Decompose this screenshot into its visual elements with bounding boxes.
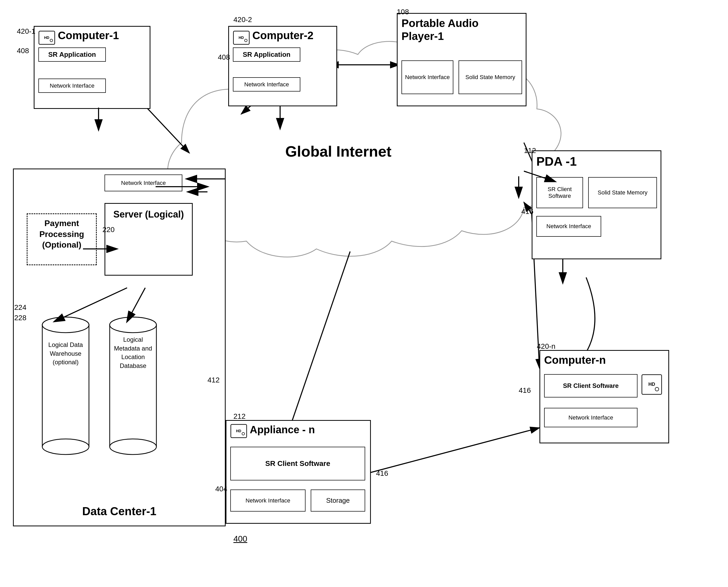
computer-n-ref2: 416 xyxy=(519,386,531,395)
pda-ref: 112 xyxy=(524,146,536,155)
svg-text:HD: HD xyxy=(649,382,655,387)
appliance-n-hd-icon: HD xyxy=(230,424,247,438)
appliance-n-network: Network Interface xyxy=(230,490,305,512)
data-center-box: Network Interface Server (Logical) Payme… xyxy=(13,168,226,526)
svg-line-9 xyxy=(285,252,350,441)
appliance-n-storage: Storage xyxy=(311,490,365,512)
computer2-ref2: 408 xyxy=(218,53,230,62)
computer-n-label: Computer-n xyxy=(544,354,606,366)
svg-text:HD: HD xyxy=(238,36,244,40)
svg-point-33 xyxy=(42,317,89,333)
computer1-ref2: 408 xyxy=(17,47,29,55)
pda-box: PDA -1 SR Client Software Solid State Me… xyxy=(532,150,661,259)
svg-point-27 xyxy=(242,432,245,435)
computer2-box: HD Computer-2 SR Application Network Int… xyxy=(228,26,337,106)
pda-label: PDA -1 xyxy=(536,154,577,168)
computer2-hd-icon: HD xyxy=(233,30,250,45)
appliance-n-ref2: 416 xyxy=(376,469,388,477)
diagram-container: HD Computer-1 SR Application Network Int… xyxy=(0,0,728,587)
computer-n-hd-icon: HD xyxy=(641,374,665,397)
svg-point-39 xyxy=(110,317,156,333)
pda-sr-client: SR Client Software xyxy=(536,177,583,208)
server-label: Server (Logical) xyxy=(105,204,192,225)
portable-audio-label: Portable Audio Player-1 xyxy=(402,17,478,43)
payment-box: Payment Processing (Optional) xyxy=(27,213,97,265)
svg-text:HD: HD xyxy=(236,429,241,433)
computer2-ref1: 420-2 xyxy=(233,16,252,24)
computer-n-sr-client: SR Client Software xyxy=(544,374,637,397)
computer1-hd-icon: HD xyxy=(38,30,55,45)
portable-audio-ref: 108 xyxy=(397,8,409,16)
computer1-network: Network Interface xyxy=(38,78,106,93)
pda-network: Network Interface xyxy=(536,216,601,237)
computer-n-box: Computer-n SR Client Software HD Network… xyxy=(540,350,669,443)
appliance-n-box: Appliance - n HD SR Client Software Netw… xyxy=(226,420,371,524)
pda-ref2: 416 xyxy=(521,207,533,216)
datacenter-network-top: Network Interface xyxy=(105,174,182,191)
appliance-n-ref: 212 xyxy=(233,412,246,421)
svg-point-24 xyxy=(655,388,659,391)
ref-404: 404 xyxy=(215,485,227,493)
ref-400: 400 xyxy=(233,534,247,544)
logical-data-label: Logical Data Warehouse (optional) xyxy=(42,341,89,367)
logical-data-warehouse: Logical Data Warehouse (optional) xyxy=(40,314,92,457)
computer1-ref1: 420-1 xyxy=(17,27,36,36)
portable-audio-network: Network Interface xyxy=(402,61,453,94)
computer2-network: Network Interface xyxy=(233,77,300,92)
ref-228: 228 xyxy=(14,314,26,322)
computer-n-ref: 420-n xyxy=(537,342,555,351)
computer1-box: HD Computer-1 SR Application Network Int… xyxy=(34,26,151,109)
global-internet-label: Global Internet xyxy=(285,143,391,160)
appliance-n-sr-client: SR Client Software xyxy=(230,447,365,480)
svg-line-10 xyxy=(363,428,540,474)
server-logical-box: Server (Logical) xyxy=(105,203,193,276)
appliance-n-label: Appliance - n xyxy=(250,424,315,436)
ref-224a: 224 xyxy=(14,303,26,312)
data-center-label: Data Center-1 xyxy=(14,505,225,518)
ref-220: 220 xyxy=(103,226,115,234)
portable-audio-solid-state: Solid State Memory xyxy=(458,61,522,94)
portable-audio-box: Portable Audio Player-1 Network Interfac… xyxy=(397,13,526,106)
svg-point-38 xyxy=(110,439,156,454)
svg-point-32 xyxy=(42,439,89,454)
svg-point-18 xyxy=(50,39,53,42)
svg-text:HD: HD xyxy=(44,36,49,40)
computer2-sr-app: SR Application xyxy=(233,47,300,62)
computer2-label: Computer-2 xyxy=(252,29,314,42)
svg-point-21 xyxy=(245,39,247,42)
pda-solid-state: Solid State Memory xyxy=(588,177,657,208)
computer-n-network: Network Interface xyxy=(544,408,637,427)
logical-metadata-warehouse: Logical Metadata and Location Database xyxy=(107,314,159,457)
ref-412: 412 xyxy=(207,376,220,384)
logical-metadata-label: Logical Metadata and Location Database xyxy=(110,335,156,370)
computer1-sr-app: SR Application xyxy=(38,47,106,62)
computer1-label: Computer-1 xyxy=(58,29,119,42)
payment-label: Payment Processing (Optional) xyxy=(27,214,96,254)
